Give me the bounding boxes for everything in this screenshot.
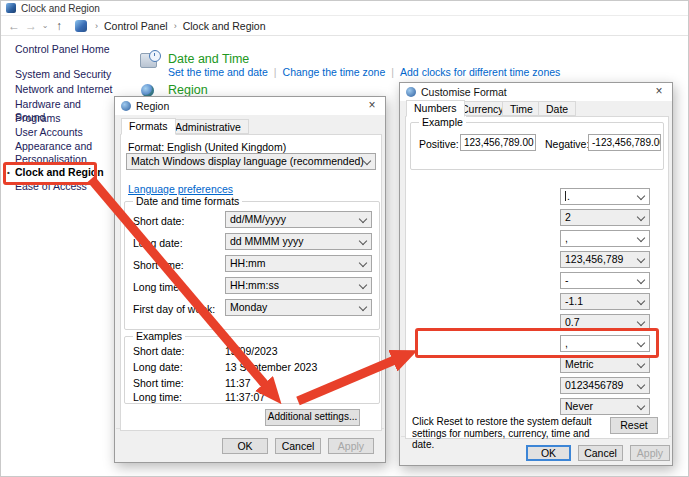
short-date-combo[interactable]: dd/MM/yyyy [225, 211, 372, 228]
chevron-down-icon [637, 276, 645, 284]
digits-after-decimal-combo[interactable]: 2 [560, 209, 650, 226]
link-divider: | [268, 66, 283, 78]
long-time-combo[interactable]: HH:mm:ss [225, 277, 372, 294]
examples-group: Examples Short date: 13/09/2023 Long dat… [124, 336, 380, 404]
sidebar-item-control-panel-home[interactable]: Control Panel Home [15, 43, 113, 56]
sidebar-item-user-accounts[interactable]: User Accounts [15, 126, 113, 139]
use-native-digits-combo[interactable]: Never [560, 398, 650, 415]
sidebar-item-network-and-internet[interactable]: Network and Internet [15, 83, 113, 96]
language-preferences-link[interactable]: Language preferences [128, 183, 233, 195]
active-item-bullet-icon: • [7, 167, 10, 180]
long-time-label: Long time: [133, 281, 182, 293]
clock-icon [149, 50, 161, 62]
customise-dialog-icon [406, 87, 416, 97]
long-date-label: Long date: [133, 237, 183, 249]
close-icon[interactable]: × [359, 97, 385, 114]
link-add-clocks[interactable]: Add clocks for different time zones [400, 66, 560, 78]
breadcrumb-separator-icon: › [170, 21, 181, 31]
chevron-down-icon [637, 318, 645, 326]
tab-time[interactable]: Time [502, 101, 541, 116]
breadcrumb-control-panel[interactable]: Control Panel [102, 20, 170, 32]
chevron-down-icon [637, 360, 645, 368]
chevron-down-icon [637, 402, 645, 410]
number-example-group: Example Positive: 123,456,789.00 Negativ… [410, 122, 664, 170]
positive-label: Positive: [419, 138, 459, 150]
link-divider: | [385, 66, 400, 78]
cancel-button[interactable]: Cancel [275, 438, 321, 454]
app-icon [6, 3, 16, 13]
tab-administrative[interactable]: Administrative [167, 119, 249, 134]
sidebar-item-ease-of-access[interactable]: Ease of Access [15, 180, 113, 193]
chevron-down-icon [637, 192, 645, 200]
group-title: Example [419, 116, 466, 128]
chevron-down-icon [637, 234, 645, 242]
example-long-time-value: 11:37:07 [225, 391, 265, 403]
positive-example-field[interactable]: 123,456,789.00 [460, 134, 536, 151]
region-heading[interactable]: Region [168, 83, 208, 97]
link-change-time-zone[interactable]: Change the time zone [283, 66, 386, 78]
tab-numbers[interactable]: Numbers [406, 100, 465, 117]
short-date-label: Short date: [133, 215, 184, 227]
date-and-time-heading[interactable]: Date and Time [168, 52, 249, 66]
decimal-symbol-combo[interactable]: . [560, 188, 650, 205]
back-icon: ← [5, 17, 23, 35]
close-icon[interactable]: × [646, 83, 672, 100]
text-cursor [565, 191, 566, 201]
forward-icon: → [23, 17, 39, 35]
sidebar-item-system-and-security[interactable]: System and Security [15, 68, 113, 81]
sidebar-item-programs[interactable]: Programs [15, 112, 113, 125]
chevron-down-icon [359, 215, 367, 223]
apply-button: Apply [630, 445, 670, 461]
short-time-label: Short time: [133, 259, 184, 271]
customise-format-dialog: Customise Format × Numbers Currency Time… [399, 82, 673, 466]
sidebar-item-appearance-and-personalisation[interactable]: Appearance and Personalisation [15, 140, 113, 165]
standard-digits-combo[interactable]: 0123456789 [560, 377, 650, 394]
breadcrumb-app-icon [75, 20, 87, 32]
example-short-time-value: 11:37 [225, 377, 251, 389]
chevron-down-icon [359, 237, 367, 245]
ok-button[interactable]: OK [222, 438, 268, 454]
chevron-down-icon [363, 157, 371, 165]
long-date-combo[interactable]: dd MMMM yyyy [225, 233, 372, 250]
chevron-down-icon [637, 255, 645, 263]
format-combo[interactable]: Match Windows display language (recommen… [126, 153, 376, 170]
screenshot-root: Clock and Region ← → ⌄ ↑ › Control Panel… [0, 0, 689, 477]
display-leading-zeros-combo[interactable]: 0.7 [560, 314, 650, 331]
window-titlebar: Clock and Region [1, 1, 688, 16]
negative-example-field[interactable]: -123,456,789.00 [588, 134, 661, 151]
measurement-system-combo[interactable]: Metric [560, 356, 650, 373]
additional-settings-button[interactable]: Additional settings... [265, 409, 360, 426]
example-long-date-label: Long date: [133, 361, 183, 373]
reset-button[interactable]: Reset [610, 417, 658, 434]
list-separator-combo[interactable]: , [560, 335, 650, 352]
tab-formats[interactable]: Formats [121, 118, 176, 135]
recent-pages-dropdown-icon[interactable]: ⌄ [39, 17, 51, 35]
example-long-time-label: Long time: [133, 391, 182, 403]
up-icon[interactable]: ↑ [51, 17, 67, 35]
customise-dialog-title: Customise Format [421, 86, 507, 98]
tab-date[interactable]: Date [538, 101, 576, 116]
chevron-down-icon [637, 213, 645, 221]
example-short-date-value: 13/09/2023 [225, 345, 278, 357]
breadcrumb-clock-and-region[interactable]: Clock and Region [181, 20, 268, 32]
window-title: Clock and Region [21, 3, 100, 14]
region-dialog-icon [121, 101, 131, 111]
negative-number-format-combo[interactable]: -1.1 [560, 293, 650, 310]
chevron-down-icon [359, 303, 367, 311]
link-set-time-and-date[interactable]: Set the time and date [168, 66, 268, 78]
negative-label: Negative: [545, 138, 589, 150]
short-time-combo[interactable]: HH:mm [225, 255, 372, 272]
date-and-time-links: Set the time and date|Change the time zo… [168, 66, 560, 78]
example-long-date-value: 13 September 2023 [225, 361, 317, 373]
negative-sign-symbol-combo[interactable]: - [560, 272, 650, 289]
sidebar-item-clock-and-region[interactable]: • Clock and Region [15, 166, 113, 179]
first-day-of-week-combo[interactable]: Monday [225, 299, 372, 316]
date-time-formats-group: Date and time formats Short date: dd/MM/… [124, 201, 380, 330]
digit-grouping-symbol-combo[interactable]: , [560, 230, 650, 247]
group-title: Examples [133, 330, 185, 342]
chevron-down-icon [637, 297, 645, 305]
region-dialog: Region × Formats Administrative Format: … [114, 96, 386, 463]
digit-grouping-combo[interactable]: 123,456,789 [560, 251, 650, 268]
customise-dialog-titlebar: Customise Format [400, 83, 672, 101]
first-day-of-week-label: First day of week: [133, 303, 215, 315]
